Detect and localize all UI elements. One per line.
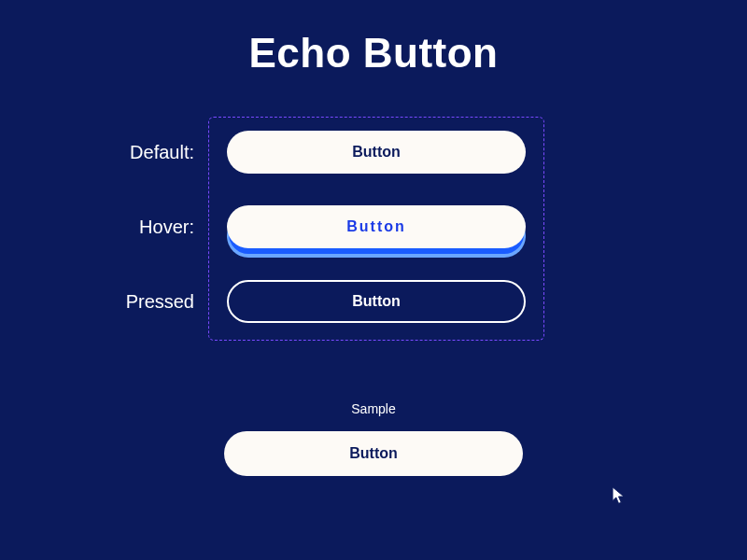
button-hover[interactable]: Button [227,205,526,248]
state-label-hover: Hover: [0,217,194,238]
state-row-hover: Hover: Button [0,201,747,253]
button-sample-text: Button [349,445,398,462]
state-label-default: Default: [0,142,194,163]
button-sample[interactable]: Button [224,431,523,476]
button-slot-default: Button [208,131,544,174]
sample-area: Sample Button [0,401,747,476]
state-row-pressed: Pressed Button [0,280,747,323]
cursor-icon [612,486,626,507]
state-label-pressed: Pressed [0,291,194,313]
page: Echo Button Default: Button Hover: Butto… [0,0,747,560]
button-hover-text: Button [346,218,406,235]
sample-label: Sample [351,401,395,416]
button-pressed-text: Button [352,293,401,310]
button-default-text: Button [352,144,401,161]
button-slot-pressed: Button [208,280,544,323]
page-title: Echo Button [0,30,747,77]
button-slot-hover: Button [208,205,544,248]
state-row-default: Default: Button [0,131,747,174]
button-pressed[interactable]: Button [227,280,526,323]
button-default[interactable]: Button [227,131,526,174]
